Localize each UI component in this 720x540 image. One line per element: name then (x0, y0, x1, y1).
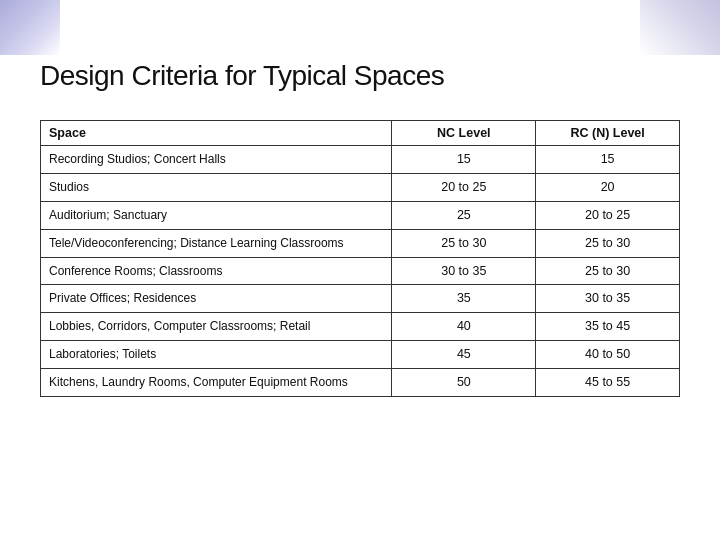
corner-decoration-tr (640, 0, 720, 55)
cell-nc-level: 25 (392, 201, 536, 229)
table-header-row: Space NC Level RC (N) Level (41, 121, 680, 146)
cell-space: Studios (41, 173, 392, 201)
table-row: Tele/Videoconferencing; Distance Learnin… (41, 229, 680, 257)
table-row: Studios20 to 2520 (41, 173, 680, 201)
cell-nc-level: 40 (392, 313, 536, 341)
table-row: Recording Studios; Concert Halls1515 (41, 146, 680, 174)
cell-space: Auditorium; Sanctuary (41, 201, 392, 229)
cell-rc-level: 25 to 30 (536, 229, 680, 257)
cell-rc-level: 45 to 55 (536, 369, 680, 397)
table-row: Conference Rooms; Classrooms30 to 3525 t… (41, 257, 680, 285)
table-container: Space NC Level RC (N) Level Recording St… (40, 120, 680, 397)
cell-space: Lobbies, Corridors, Computer Classrooms;… (41, 313, 392, 341)
cell-space: Kitchens, Laundry Rooms, Computer Equipm… (41, 369, 392, 397)
cell-space: Tele/Videoconferencing; Distance Learnin… (41, 229, 392, 257)
cell-nc-level: 50 (392, 369, 536, 397)
corner-decoration-tl (0, 0, 60, 55)
table-row: Lobbies, Corridors, Computer Classrooms;… (41, 313, 680, 341)
col-header-space: Space (41, 121, 392, 146)
cell-rc-level: 40 to 50 (536, 341, 680, 369)
cell-rc-level: 35 to 45 (536, 313, 680, 341)
cell-space: Recording Studios; Concert Halls (41, 146, 392, 174)
table-row: Kitchens, Laundry Rooms, Computer Equipm… (41, 369, 680, 397)
cell-nc-level: 30 to 35 (392, 257, 536, 285)
cell-rc-level: 15 (536, 146, 680, 174)
table-row: Auditorium; Sanctuary2520 to 25 (41, 201, 680, 229)
page-title: Design Criteria for Typical Spaces (40, 60, 444, 92)
col-header-rc: RC (N) Level (536, 121, 680, 146)
table-row: Private Offices; Residences3530 to 35 (41, 285, 680, 313)
col-header-nc: NC Level (392, 121, 536, 146)
cell-nc-level: 25 to 30 (392, 229, 536, 257)
cell-nc-level: 35 (392, 285, 536, 313)
cell-rc-level: 25 to 30 (536, 257, 680, 285)
design-criteria-table: Space NC Level RC (N) Level Recording St… (40, 120, 680, 397)
cell-space: Laboratories; Toilets (41, 341, 392, 369)
table-row: Laboratories; Toilets4540 to 50 (41, 341, 680, 369)
cell-rc-level: 20 (536, 173, 680, 201)
cell-nc-level: 20 to 25 (392, 173, 536, 201)
cell-space: Conference Rooms; Classrooms (41, 257, 392, 285)
cell-rc-level: 30 to 35 (536, 285, 680, 313)
cell-nc-level: 45 (392, 341, 536, 369)
cell-nc-level: 15 (392, 146, 536, 174)
cell-space: Private Offices; Residences (41, 285, 392, 313)
cell-rc-level: 20 to 25 (536, 201, 680, 229)
